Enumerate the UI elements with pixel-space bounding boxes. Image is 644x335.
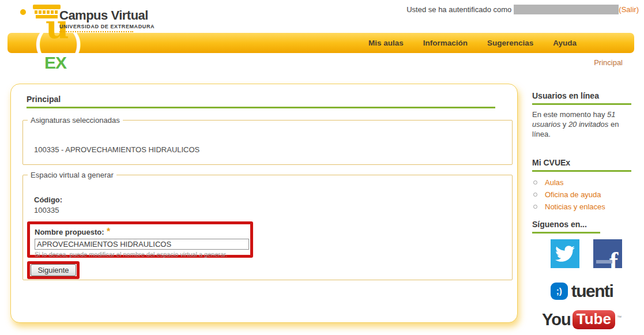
required-asterisk: * [107,227,110,236]
youtube-tube-badge: Tube [573,310,615,329]
nav-item-informacion[interactable]: Información [423,39,468,47]
sidebar: Usuarios en línea En este momento hay 51… [532,91,631,329]
main-navbar: Mis aulas Información Sugerencias Ayuda [7,33,634,53]
logout-link[interactable]: (Salir) [619,5,639,14]
brand: Campus Virtual UNIVERSIDAD DE EXTREMADUR… [59,8,155,32]
facebook-band [596,260,612,264]
annotation-box-next-button: Siguiente [27,261,80,279]
selected-subject-item: 100335 - APROVECHAMIENTOS HIDRAULICOS [34,145,199,154]
breadcrumb[interactable]: Principal [594,58,623,67]
youtube-link[interactable]: You Tube ™ [532,310,631,329]
brand-dotted-rule [59,31,133,32]
cvuex-links: Aulas Oficina de ayuda Noticias y enlace… [532,176,631,213]
logo-volute-icon [20,9,26,15]
mi-cvuex-title: Mi CVUEx [532,158,631,172]
youtube-you-text: You [542,310,571,329]
online-users-title: Usuarios en línea [532,91,631,105]
online-guests-count: 20 invitados [568,120,608,129]
online-users-text: En este momento hay 51 usuarios y 20 inv… [532,110,631,140]
list-item: Noticias y enlaces [532,201,631,213]
code-label: Código: [34,195,62,204]
proposed-name-label: Nombre propuesto: [35,228,104,236]
proposed-name-input[interactable] [35,239,249,250]
follow-us-title: Síguenos en... [532,220,600,234]
online-text-mid: y [563,120,567,129]
youtube-trademark: ™ [617,315,622,320]
virtual-space-fieldset: Espacio virtual a generar Código: 100335… [22,171,513,280]
virtual-space-legend: Espacio virtual a generar [28,171,116,179]
selected-subjects-fieldset: Asignaturas seleccionadas 100335 - APROV… [22,116,513,165]
twitter-bird-icon [555,244,575,264]
page-title: Principal [27,95,495,108]
tuenti-link[interactable]: ;) tuenti [532,281,631,301]
link-noticias-y-enlaces[interactable]: Noticias y enlaces [545,202,605,211]
nav-items: Mis aulas Información Sugerencias Ayuda [368,33,577,53]
list-item: Oficina de ayuda [532,189,631,201]
link-aulas[interactable]: Aulas [545,178,564,187]
logo-paren-open: ( [35,30,44,55]
tuenti-wordmark: tuenti [571,281,613,301]
twitter-icon[interactable] [551,239,579,268]
page: Usted se ha autentificado como (Salir) C… [0,0,644,335]
code-value: 100335 [34,206,59,214]
link-oficina-de-ayuda[interactable]: Oficina de ayuda [545,190,601,199]
bullet-circle-icon [533,193,537,197]
selected-subjects-legend: Asignaturas seleccionadas [28,116,123,125]
next-button[interactable]: Siguiente [31,264,76,276]
logo-ex-text: EX [44,53,66,73]
main-content-panel: Principal Asignaturas seleccionadas 1003… [10,84,518,323]
logo-paren-close: ) [73,30,82,55]
proposed-name-help: Si lo desea, puede modificar el nombre d… [35,251,246,258]
brand-subtitle: UNIVERSIDAD DE EXTREMADURA [59,24,155,29]
brand-title: Campus Virtual [59,8,155,23]
facebook-icon[interactable]: f [593,239,622,268]
auth-status-text: Usted se ha autentificado como [406,5,511,14]
bullet-circle-icon [533,205,537,209]
auth-status: Usted se ha autentificado como (Salir) [406,5,639,14]
annotation-box-name-field: Nombre propuesto: * Si lo desea, puede m… [27,221,253,258]
online-text-pre: En este momento hay [532,110,605,119]
tuenti-icon: ;) [551,283,568,300]
list-item: Aulas [532,176,631,189]
redacted-username [514,5,619,14]
nav-item-ayuda[interactable]: Ayuda [553,39,577,47]
bullet-circle-icon [533,180,537,185]
nav-item-mis-aulas[interactable]: Mis aulas [368,39,404,47]
facebook-f-glyph: f [609,249,618,268]
social-icons-row: f [532,239,631,268]
nav-item-sugerencias[interactable]: Sugerencias [487,39,533,47]
